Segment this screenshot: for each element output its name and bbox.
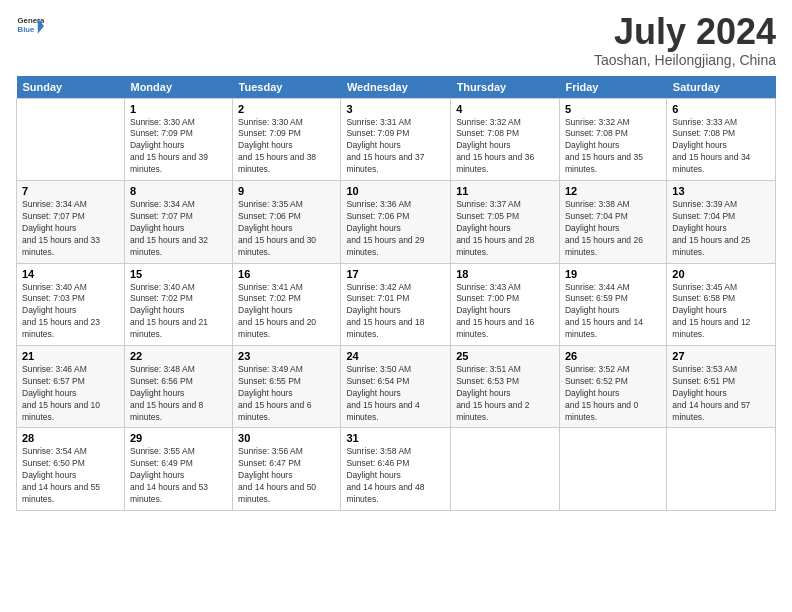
day-number: 13	[672, 185, 770, 197]
day-cell: 19 Sunrise: 3:44 AM Sunset: 6:59 PM Dayl…	[559, 263, 666, 345]
day-info: Sunrise: 3:30 AM Sunset: 7:09 PM Dayligh…	[238, 117, 335, 176]
col-tuesday: Tuesday	[233, 76, 341, 99]
day-info: Sunrise: 3:36 AM Sunset: 7:06 PM Dayligh…	[346, 199, 445, 258]
day-info: Sunrise: 3:48 AM Sunset: 6:56 PM Dayligh…	[130, 364, 227, 423]
subtitle: Taoshan, Heilongjiang, China	[594, 52, 776, 68]
day-cell: 17 Sunrise: 3:42 AM Sunset: 7:01 PM Dayl…	[341, 263, 451, 345]
day-cell: 2 Sunrise: 3:30 AM Sunset: 7:09 PM Dayli…	[233, 98, 341, 180]
day-number: 29	[130, 432, 227, 444]
day-number: 8	[130, 185, 227, 197]
day-info: Sunrise: 3:35 AM Sunset: 7:06 PM Dayligh…	[238, 199, 335, 258]
day-info: Sunrise: 3:55 AM Sunset: 6:49 PM Dayligh…	[130, 446, 227, 505]
day-info: Sunrise: 3:52 AM Sunset: 6:52 PM Dayligh…	[565, 364, 661, 423]
day-info: Sunrise: 3:31 AM Sunset: 7:09 PM Dayligh…	[346, 117, 445, 176]
day-info: Sunrise: 3:34 AM Sunset: 7:07 PM Dayligh…	[22, 199, 119, 258]
day-cell: 14 Sunrise: 3:40 AM Sunset: 7:03 PM Dayl…	[17, 263, 125, 345]
day-cell	[451, 428, 560, 510]
day-cell: 22 Sunrise: 3:48 AM Sunset: 6:56 PM Dayl…	[124, 345, 232, 427]
day-number: 1	[130, 103, 227, 115]
day-cell: 20 Sunrise: 3:45 AM Sunset: 6:58 PM Dayl…	[667, 263, 776, 345]
day-info: Sunrise: 3:40 AM Sunset: 7:03 PM Dayligh…	[22, 282, 119, 341]
day-number: 17	[346, 268, 445, 280]
logo-icon: General Blue	[16, 12, 44, 40]
day-info: Sunrise: 3:56 AM Sunset: 6:47 PM Dayligh…	[238, 446, 335, 505]
day-cell: 21 Sunrise: 3:46 AM Sunset: 6:57 PM Dayl…	[17, 345, 125, 427]
day-cell: 29 Sunrise: 3:55 AM Sunset: 6:49 PM Dayl…	[124, 428, 232, 510]
day-cell: 4 Sunrise: 3:32 AM Sunset: 7:08 PM Dayli…	[451, 98, 560, 180]
day-number: 12	[565, 185, 661, 197]
day-info: Sunrise: 3:51 AM Sunset: 6:53 PM Dayligh…	[456, 364, 554, 423]
day-cell: 8 Sunrise: 3:34 AM Sunset: 7:07 PM Dayli…	[124, 181, 232, 263]
col-friday: Friday	[559, 76, 666, 99]
col-thursday: Thursday	[451, 76, 560, 99]
day-number: 7	[22, 185, 119, 197]
day-number: 5	[565, 103, 661, 115]
day-cell: 30 Sunrise: 3:56 AM Sunset: 6:47 PM Dayl…	[233, 428, 341, 510]
day-number: 22	[130, 350, 227, 362]
day-info: Sunrise: 3:50 AM Sunset: 6:54 PM Dayligh…	[346, 364, 445, 423]
day-info: Sunrise: 3:54 AM Sunset: 6:50 PM Dayligh…	[22, 446, 119, 505]
day-info: Sunrise: 3:32 AM Sunset: 7:08 PM Dayligh…	[565, 117, 661, 176]
week-row-4: 21 Sunrise: 3:46 AM Sunset: 6:57 PM Dayl…	[17, 345, 776, 427]
day-cell: 26 Sunrise: 3:52 AM Sunset: 6:52 PM Dayl…	[559, 345, 666, 427]
day-number: 21	[22, 350, 119, 362]
col-monday: Monday	[124, 76, 232, 99]
day-info: Sunrise: 3:45 AM Sunset: 6:58 PM Dayligh…	[672, 282, 770, 341]
day-info: Sunrise: 3:30 AM Sunset: 7:09 PM Dayligh…	[130, 117, 227, 176]
day-number: 19	[565, 268, 661, 280]
day-info: Sunrise: 3:32 AM Sunset: 7:08 PM Dayligh…	[456, 117, 554, 176]
day-cell: 24 Sunrise: 3:50 AM Sunset: 6:54 PM Dayl…	[341, 345, 451, 427]
day-number: 27	[672, 350, 770, 362]
calendar-table: Sunday Monday Tuesday Wednesday Thursday…	[16, 76, 776, 511]
day-info: Sunrise: 3:53 AM Sunset: 6:51 PM Dayligh…	[672, 364, 770, 423]
day-number: 24	[346, 350, 445, 362]
day-number: 11	[456, 185, 554, 197]
day-number: 3	[346, 103, 445, 115]
day-cell	[667, 428, 776, 510]
day-cell: 23 Sunrise: 3:49 AM Sunset: 6:55 PM Dayl…	[233, 345, 341, 427]
col-wednesday: Wednesday	[341, 76, 451, 99]
day-number: 10	[346, 185, 445, 197]
day-number: 16	[238, 268, 335, 280]
day-cell: 15 Sunrise: 3:40 AM Sunset: 7:02 PM Dayl…	[124, 263, 232, 345]
title-block: July 2024 Taoshan, Heilongjiang, China	[594, 12, 776, 68]
day-number: 30	[238, 432, 335, 444]
day-cell: 28 Sunrise: 3:54 AM Sunset: 6:50 PM Dayl…	[17, 428, 125, 510]
day-cell: 13 Sunrise: 3:39 AM Sunset: 7:04 PM Dayl…	[667, 181, 776, 263]
day-info: Sunrise: 3:43 AM Sunset: 7:00 PM Dayligh…	[456, 282, 554, 341]
day-cell: 25 Sunrise: 3:51 AM Sunset: 6:53 PM Dayl…	[451, 345, 560, 427]
day-info: Sunrise: 3:58 AM Sunset: 6:46 PM Dayligh…	[346, 446, 445, 505]
day-info: Sunrise: 3:39 AM Sunset: 7:04 PM Dayligh…	[672, 199, 770, 258]
day-cell: 27 Sunrise: 3:53 AM Sunset: 6:51 PM Dayl…	[667, 345, 776, 427]
header: General Blue July 2024 Taoshan, Heilongj…	[16, 12, 776, 68]
day-number: 23	[238, 350, 335, 362]
day-number: 6	[672, 103, 770, 115]
page: General Blue July 2024 Taoshan, Heilongj…	[0, 0, 792, 612]
day-info: Sunrise: 3:37 AM Sunset: 7:05 PM Dayligh…	[456, 199, 554, 258]
day-info: Sunrise: 3:41 AM Sunset: 7:02 PM Dayligh…	[238, 282, 335, 341]
day-cell: 12 Sunrise: 3:38 AM Sunset: 7:04 PM Dayl…	[559, 181, 666, 263]
col-saturday: Saturday	[667, 76, 776, 99]
day-number: 31	[346, 432, 445, 444]
day-number: 9	[238, 185, 335, 197]
day-cell: 11 Sunrise: 3:37 AM Sunset: 7:05 PM Dayl…	[451, 181, 560, 263]
week-row-5: 28 Sunrise: 3:54 AM Sunset: 6:50 PM Dayl…	[17, 428, 776, 510]
day-cell: 18 Sunrise: 3:43 AM Sunset: 7:00 PM Dayl…	[451, 263, 560, 345]
day-info: Sunrise: 3:40 AM Sunset: 7:02 PM Dayligh…	[130, 282, 227, 341]
day-cell: 10 Sunrise: 3:36 AM Sunset: 7:06 PM Dayl…	[341, 181, 451, 263]
day-cell	[559, 428, 666, 510]
day-number: 2	[238, 103, 335, 115]
day-info: Sunrise: 3:34 AM Sunset: 7:07 PM Dayligh…	[130, 199, 227, 258]
day-number: 26	[565, 350, 661, 362]
logo: General Blue	[16, 12, 44, 40]
day-cell: 3 Sunrise: 3:31 AM Sunset: 7:09 PM Dayli…	[341, 98, 451, 180]
header-row: Sunday Monday Tuesday Wednesday Thursday…	[17, 76, 776, 99]
day-cell: 5 Sunrise: 3:32 AM Sunset: 7:08 PM Dayli…	[559, 98, 666, 180]
day-number: 14	[22, 268, 119, 280]
day-cell: 6 Sunrise: 3:33 AM Sunset: 7:08 PM Dayli…	[667, 98, 776, 180]
week-row-3: 14 Sunrise: 3:40 AM Sunset: 7:03 PM Dayl…	[17, 263, 776, 345]
day-number: 20	[672, 268, 770, 280]
day-number: 15	[130, 268, 227, 280]
day-number: 4	[456, 103, 554, 115]
day-info: Sunrise: 3:49 AM Sunset: 6:55 PM Dayligh…	[238, 364, 335, 423]
